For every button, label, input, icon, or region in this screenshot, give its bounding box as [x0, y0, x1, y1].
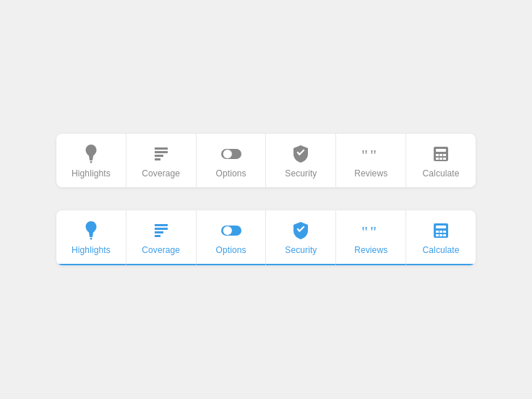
highlights-label-active: Highlights — [72, 245, 111, 255]
svg-rect-19 — [439, 231, 442, 233]
calculate-active-icon — [431, 220, 451, 241]
active-tab-bar: Highlights Coverage Options Security — [56, 210, 476, 265]
svg-text:": " — [370, 146, 377, 162]
svg-rect-5 — [436, 149, 446, 152]
svg-rect-6 — [436, 154, 439, 156]
tab-calculate-active[interactable]: Calculate — [406, 210, 476, 265]
svg-point-1 — [223, 150, 231, 158]
svg-rect-22 — [439, 234, 442, 236]
highlights-icon — [81, 144, 101, 164]
svg-point-13 — [223, 226, 231, 235]
tab-security-inactive[interactable]: Security — [266, 134, 336, 187]
reviews-label-active: Reviews — [354, 245, 387, 255]
options-active-icon — [221, 220, 241, 241]
tab-calculate-inactive[interactable]: Calculate — [406, 134, 476, 187]
options-label-inactive: Options — [216, 168, 246, 179]
reviews-label-inactive: Reviews — [354, 168, 387, 179]
coverage-label-inactive: Coverage — [142, 168, 180, 179]
svg-text:": " — [361, 146, 368, 162]
svg-rect-21 — [436, 234, 439, 236]
inactive-tab-bar: Highlights Coverage Options Security — [56, 134, 476, 187]
svg-rect-10 — [439, 158, 442, 160]
highlights-label-inactive: Highlights — [72, 168, 111, 179]
svg-rect-7 — [439, 154, 442, 156]
svg-rect-20 — [443, 231, 446, 233]
security-icon — [291, 144, 311, 164]
tab-options-active[interactable]: Options — [197, 210, 267, 265]
calculate-icon — [431, 144, 451, 164]
tab-options-inactive[interactable]: Options — [197, 134, 267, 187]
svg-rect-18 — [436, 231, 439, 233]
security-label-active: Security — [285, 245, 317, 255]
options-icon — [221, 144, 241, 164]
tab-reviews-inactive[interactable]: " " Reviews — [336, 134, 406, 187]
tab-security-active[interactable]: Security — [266, 210, 336, 265]
highlights-active-icon — [81, 220, 101, 241]
svg-rect-17 — [436, 226, 446, 228]
options-label-active: Options — [216, 245, 246, 255]
tab-coverage-inactive[interactable]: Coverage — [126, 134, 197, 187]
tab-highlights-active[interactable]: Highlights — [56, 210, 126, 265]
svg-rect-11 — [443, 158, 446, 160]
security-label-inactive: Security — [285, 168, 317, 179]
svg-rect-8 — [443, 154, 446, 156]
tab-coverage-active[interactable]: Coverage — [126, 210, 197, 265]
svg-rect-9 — [436, 158, 439, 160]
coverage-icon — [151, 144, 171, 164]
coverage-label-active: Coverage — [142, 245, 180, 255]
reviews-active-icon: " " — [361, 220, 381, 241]
svg-text:": " — [361, 223, 368, 239]
svg-text:": " — [370, 223, 377, 239]
tab-reviews-active[interactable]: " " Reviews — [336, 210, 406, 265]
security-active-icon — [291, 220, 311, 241]
calculate-label-inactive: Calculate — [423, 168, 460, 179]
reviews-icon: " " — [361, 144, 381, 164]
svg-rect-23 — [443, 234, 446, 236]
calculate-label-active: Calculate — [423, 245, 460, 255]
coverage-active-icon — [151, 220, 171, 241]
tab-highlights-inactive[interactable]: Highlights — [56, 134, 126, 187]
